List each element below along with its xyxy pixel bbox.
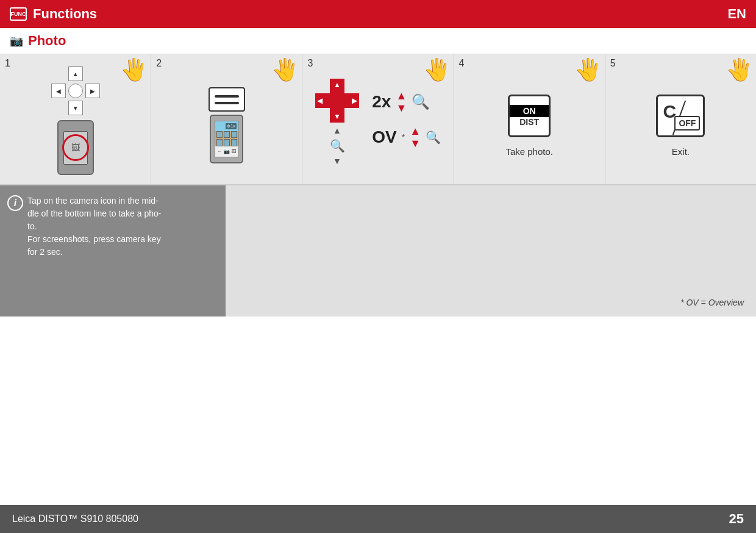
info-box: i Tap on the camera icon in the mid- dle… — [0, 185, 226, 317]
scroll-up-arrow: ▲ — [333, 126, 341, 135]
footer-product: Leica DISTO™ S910 805080 — [12, 513, 138, 524]
dpad-right: ▶ — [85, 84, 100, 98]
on-dist-button: ON DIST — [508, 95, 551, 137]
step-1: 1 🖐 ▲ ▼ ◀ ▶ 🖼 — [0, 54, 151, 184]
steps-container: 1 🖐 ▲ ▼ ◀ ▶ 🖼 2 � — [0, 54, 756, 185]
magnify-icon-2: 🔍 — [426, 130, 441, 145]
step-3: 3 🖐 ▲ ▼ ◀ ▶ ▲ 🔍 ▼ — [302, 54, 454, 184]
zoom-indicator: ⊕1x — [226, 123, 236, 129]
red-arrow-up-1: ▲ — [396, 90, 407, 101]
step-4-number: 4 — [459, 58, 465, 69]
dpad-step3: ▲ ▼ ◀ ▶ — [315, 79, 359, 123]
building-image: ⊕1x — [215, 121, 238, 146]
footer: Leica DISTO™ S910 805080 25 — [0, 505, 756, 533]
magnify-icon-1: 🔍 — [412, 93, 430, 110]
c-off-button: C OFF — [656, 95, 705, 137]
step-3-number: 3 — [307, 58, 313, 69]
dpad-center — [68, 84, 83, 98]
hand-icon-step4: 🖐 — [575, 57, 602, 82]
ov-label: OV — [372, 127, 396, 147]
off-text: OFF — [674, 116, 700, 131]
header-lang: EN — [727, 6, 746, 22]
cross-arrow-right: ▶ — [352, 96, 357, 105]
cross-arrow-up: ▲ — [333, 80, 341, 89]
photo-title: Photo — [28, 33, 66, 49]
dpad-down: ▼ — [68, 101, 83, 115]
ov-star: * — [402, 132, 405, 142]
red-arrow-down-2: ▼ — [410, 138, 421, 149]
info-icon: i — [7, 195, 23, 211]
window-4 — [216, 139, 223, 146]
hand-icon-step3: 🖐 — [424, 57, 451, 82]
func-icon: FUNC — [10, 7, 27, 21]
pb-gallery-icon: 🖼 — [231, 149, 236, 154]
zoom-row: 2x ▲ ▼ 🔍 — [372, 90, 430, 113]
red-arrow-up-2: ▲ — [410, 126, 421, 137]
red-arrow-down-1: ▼ — [396, 102, 407, 113]
pb-camera-icon: 📷 — [224, 149, 230, 154]
hamburger-icon — [209, 87, 245, 112]
step-2-number: 2 — [156, 58, 162, 69]
info-section: i Tap on the camera icon in the mid- dle… — [0, 185, 756, 317]
dpad-step1: ▲ ▼ ◀ ▶ — [51, 66, 100, 115]
header-left: FUNC Functions — [10, 6, 97, 22]
footer-page: 25 — [729, 511, 744, 527]
step-1-number: 1 — [5, 58, 10, 69]
phone-step2: ⊕1x ← 📷 🖼 — [210, 115, 243, 163]
phone-screen-step2: ⊕1x ← 📷 🖼 — [215, 121, 239, 157]
window-1 — [216, 131, 223, 138]
step3-left: ▲ ▼ ◀ ▶ ▲ 🔍 ▼ — [315, 79, 359, 166]
window-5 — [224, 139, 230, 146]
zoom-arrows: ▲ ▼ — [396, 90, 407, 113]
header: FUNC Functions EN — [0, 0, 756, 28]
cross-arrow-down: ▼ — [333, 112, 341, 121]
info-right: * OV = Overview — [226, 185, 756, 317]
ov-note: * OV = Overview — [680, 298, 744, 307]
cross-arrow-left: ◀ — [317, 96, 323, 105]
phone-bottom-bar: ← 📷 🖼 — [215, 146, 238, 157]
zoom-label: 2x — [372, 92, 391, 112]
scroll-down-arrow: ▼ — [333, 156, 341, 166]
hand-icon-step2: 🖐 — [272, 57, 299, 82]
step-5-number: 5 — [610, 58, 616, 69]
ov-row: OV * ▲ ▼ 🔍 — [372, 126, 441, 149]
window-2 — [224, 131, 230, 138]
info-line1: Tap on the camera icon in the mid- — [27, 196, 159, 206]
header-title: Functions — [33, 6, 97, 22]
window-3 — [231, 131, 237, 138]
window-6 — [231, 139, 237, 146]
step-4: 4 🖐 ON DIST Take photo. — [454, 54, 605, 184]
exit-text: Exit. — [672, 146, 690, 157]
photo-header: 📷 Photo — [0, 28, 756, 54]
pb-back-icon: ← — [217, 149, 222, 154]
target-circle-step1 — [62, 134, 89, 161]
info-text: Tap on the camera icon in the mid- dle o… — [27, 195, 216, 259]
scroll-col: ▲ 🔍 ▼ — [330, 126, 345, 166]
scroll-magnify: 🔍 — [330, 138, 345, 153]
on-text: ON — [510, 105, 549, 117]
dist-text: DIST — [519, 117, 539, 127]
step-2: 2 🖐 — [151, 54, 302, 184]
hand-icon-step5: 🖐 — [726, 57, 753, 82]
zoom-arrows-2: ▲ ▼ — [410, 126, 421, 149]
step3-right: 2x ▲ ▼ 🔍 OV * ▲ ▼ 🔍 — [372, 90, 441, 149]
take-photo-text: Take photo. — [505, 146, 553, 157]
hand-icon-step1: 🖐 — [121, 57, 148, 82]
camera-icon: 📷 — [10, 34, 23, 48]
info-line5: for 2 sec. — [27, 247, 63, 257]
dpad-up: ▲ — [68, 66, 83, 81]
step-5: 5 🖐 C OFF Exit. — [605, 54, 756, 184]
info-line2: dle of the bottom line to take a pho- — [27, 209, 161, 218]
info-line3: to. — [27, 221, 37, 231]
step1-device-wrapper: 🖼 — [57, 120, 94, 175]
ham-line-2 — [215, 102, 239, 104]
dpad-left: ◀ — [51, 84, 66, 98]
info-line4: For screenshots, press camera key — [27, 234, 161, 244]
building-windows — [216, 131, 237, 146]
ham-line-1 — [215, 95, 239, 98]
